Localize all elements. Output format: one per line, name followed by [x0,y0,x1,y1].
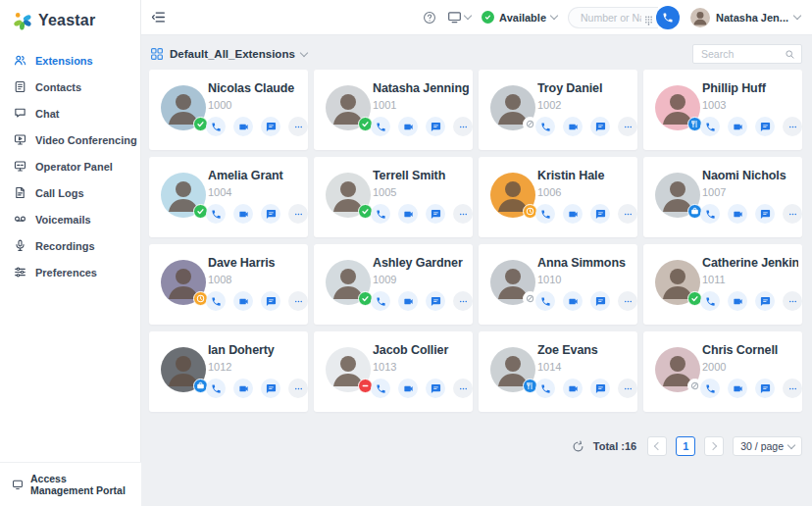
more-actions-button[interactable] [783,379,802,398]
sidebar-item-operator-panel[interactable]: Operator Panel [0,153,140,179]
pagination-bar: Total :16 1 30 / page [141,436,802,456]
more-actions-button[interactable] [783,291,802,311]
call-button[interactable] [700,204,720,224]
chat-button[interactable] [261,379,280,398]
video-call-button[interactable] [728,117,747,136]
sidebar-item-recordings[interactable]: Recordings [0,232,140,259]
make-call-button[interactable] [656,6,680,29]
chat-button[interactable] [590,204,610,224]
chat-bubble-icon [431,122,441,132]
video-call-button[interactable] [563,204,583,224]
chat-button[interactable] [261,291,280,311]
sidebar-item-chat[interactable]: Chat [0,100,140,126]
chat-button[interactable] [426,379,445,398]
chat-button[interactable] [261,117,280,136]
sidebar-item-call-logs[interactable]: Call Logs [0,179,140,206]
call-button[interactable] [371,379,390,398]
card-actions [535,117,637,136]
video-call-button[interactable] [563,379,583,398]
call-button[interactable] [371,204,390,224]
chat-button[interactable] [426,204,445,224]
more-actions-button[interactable] [288,379,308,398]
video-call-icon [403,122,414,132]
call-button[interactable] [206,204,226,224]
video-call-button[interactable] [398,117,418,136]
call-button[interactable] [206,379,226,398]
call-button[interactable] [700,291,720,311]
chat-button[interactable] [755,204,775,224]
dialpad-icon[interactable] [643,12,654,24]
more-actions-button[interactable] [618,204,637,224]
more-actions-button[interactable] [453,117,473,136]
next-page-button[interactable] [704,436,724,456]
chat-button[interactable] [590,291,610,311]
video-call-button[interactable] [233,379,253,398]
video-call-button[interactable] [233,117,253,136]
page-size-selector[interactable]: 30 / page [733,436,802,456]
more-actions-button[interactable] [783,204,802,224]
sidebar-nav: ExtensionsContactsChatVideo Conferencing… [0,47,140,285]
extension-name: Amelia Grant [208,169,304,182]
video-call-button[interactable] [563,117,583,136]
prev-page-button[interactable] [647,436,667,456]
help-button[interactable] [423,11,436,25]
call-button[interactable] [206,291,226,311]
call-button[interactable] [535,291,555,311]
call-button[interactable] [206,117,226,136]
more-actions-button[interactable] [783,117,802,136]
video-call-button[interactable] [398,291,418,311]
more-actions-button[interactable] [453,204,473,224]
chat-button[interactable] [261,204,280,224]
call-button[interactable] [535,379,555,398]
chat-button[interactable] [755,291,775,311]
sidebar-item-extensions[interactable]: Extensions [0,47,140,74]
chat-button[interactable] [426,117,445,136]
dial-input[interactable] [579,11,643,25]
chat-button[interactable] [426,291,445,311]
refresh-button[interactable] [572,440,584,453]
video-call-button[interactable] [398,379,418,398]
more-dots-icon [787,209,798,220]
video-call-button[interactable] [728,291,747,311]
extension-group-selector[interactable]: Default_All_Extensions [150,47,307,61]
call-button[interactable] [535,204,555,224]
video-call-button[interactable] [728,379,747,398]
access-management-portal-link[interactable]: Access Management Portal [0,462,141,506]
call-button[interactable] [371,117,390,136]
avatar [161,260,206,305]
more-actions-button[interactable] [618,291,637,311]
phone-icon [540,122,551,132]
call-button[interactable] [371,291,390,311]
more-actions-button[interactable] [453,291,473,311]
more-actions-button[interactable] [288,204,308,224]
sidebar-item-video-conferencing[interactable]: Video Conferencing [0,126,140,153]
call-button[interactable] [700,117,720,136]
video-call-button[interactable] [233,291,253,311]
sidebar-item-preferences[interactable]: Preferences [0,259,140,285]
user-menu[interactable]: Natasha Jen... [690,8,800,27]
collapse-sidebar-button[interactable] [151,10,166,25]
current-page-button[interactable]: 1 [676,436,695,456]
more-actions-button[interactable] [288,291,308,311]
more-actions-button[interactable] [618,117,637,136]
video-call-button[interactable] [233,204,253,224]
video-call-button[interactable] [563,291,583,311]
more-actions-button[interactable] [618,379,637,398]
chat-button[interactable] [590,379,610,398]
search-input[interactable] [699,47,785,61]
sidebar-item-voicemails[interactable]: Voicemails [0,206,140,232]
chat-button[interactable] [755,379,775,398]
call-button[interactable] [535,117,555,136]
call-button[interactable] [700,379,720,398]
extension-name: Nicolas Claude [208,81,304,95]
device-selector-button[interactable] [447,10,471,25]
video-call-button[interactable] [728,204,747,224]
video-call-button[interactable] [398,204,418,224]
more-actions-button[interactable] [288,117,308,136]
sidebar-item-contacts[interactable]: Contacts [0,74,140,100]
chat-button[interactable] [755,117,775,136]
search-icon[interactable] [785,49,795,60]
chat-button[interactable] [590,117,610,136]
more-actions-button[interactable] [453,379,473,398]
presence-selector[interactable]: Available [482,11,557,24]
